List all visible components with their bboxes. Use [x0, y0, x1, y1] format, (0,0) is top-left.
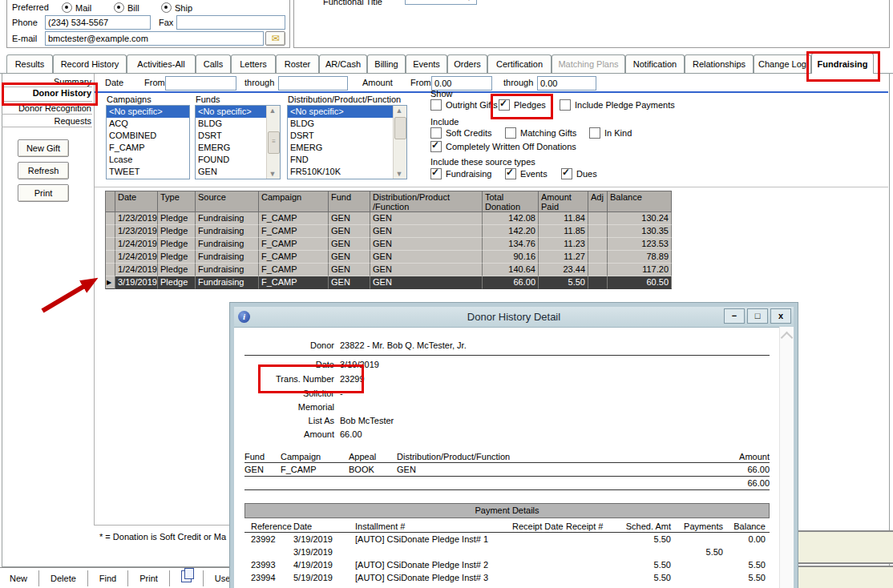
- sidebar-item-requests[interactable]: Requests: [55, 116, 91, 126]
- tab-fundraising[interactable]: Fundraising: [811, 53, 874, 74]
- list-item[interactable]: Lcase: [107, 154, 189, 166]
- tab-roster[interactable]: Roster: [276, 54, 319, 74]
- tab-billing[interactable]: Billing: [367, 54, 406, 74]
- checkbox-icon[interactable]: ✓: [505, 168, 516, 179]
- sidebar-item-donor-history[interactable]: Donor History: [33, 88, 91, 98]
- list-item[interactable]: F_CAMP: [107, 142, 189, 154]
- close-button[interactable]: x: [770, 308, 791, 324]
- minimize-button[interactable]: −: [724, 308, 745, 324]
- campaigns-listbox[interactable]: <No specific> ACQ COMBINED F_CAMP Lcase …: [106, 105, 190, 179]
- amount-through-field[interactable]: [537, 76, 596, 91]
- row-selector-arrow-icon[interactable]: ▶: [106, 276, 115, 289]
- scroll-thumb[interactable]: [394, 117, 406, 139]
- row-selector[interactable]: [106, 238, 115, 251]
- list-item[interactable]: EMERG: [196, 142, 267, 154]
- list-item[interactable]: FR510K/5K: [288, 178, 394, 179]
- checkbox-completely-written-off[interactable]: ✓Completely Written Off Donations: [430, 141, 576, 152]
- checkbox-soft-credits[interactable]: ✓Soft Credits: [430, 127, 491, 139]
- phone-field[interactable]: [45, 15, 151, 30]
- list-item[interactable]: FOUND: [196, 154, 267, 166]
- chevron-down-icon[interactable]: ▼: [466, 0, 472, 2]
- column-header[interactable]: Campaign: [259, 191, 329, 212]
- column-header[interactable]: Distribution/Product /Function: [370, 191, 483, 212]
- maximize-button[interactable]: □: [747, 308, 768, 324]
- checkbox-dues[interactable]: ✓Dues: [561, 168, 597, 179]
- sidebar-item-donor-recognition[interactable]: Donor Recognition: [18, 103, 91, 113]
- checkbox-pledges[interactable]: ✓Pledges: [499, 99, 546, 111]
- tab-calls[interactable]: Calls: [196, 54, 231, 74]
- scroll-up-icon[interactable]: ▲: [395, 107, 403, 115]
- preferred-radio-ship[interactable]: Ship: [161, 2, 192, 13]
- send-email-button[interactable]: ✉: [265, 31, 285, 46]
- column-header[interactable]: Date: [115, 191, 158, 212]
- scroll-up-icon[interactable]: [781, 332, 794, 344]
- scroll-down-icon[interactable]: ▼: [395, 170, 403, 178]
- row-selector[interactable]: [106, 264, 115, 276]
- scroll-down-icon[interactable]: ▼: [269, 170, 277, 178]
- fax-field[interactable]: [176, 15, 285, 30]
- sidebar-item-summary[interactable]: Summary: [54, 77, 91, 87]
- column-header[interactable]: Balance: [608, 191, 672, 212]
- dialog-scrollbar[interactable]: [779, 327, 794, 588]
- list-item[interactable]: DSRT: [196, 130, 267, 142]
- radio-icon[interactable]: [114, 2, 124, 13]
- refresh-button[interactable]: Refresh: [18, 162, 69, 179]
- tab-letters[interactable]: Letters: [231, 54, 276, 74]
- checkbox-icon[interactable]: ✓: [499, 99, 510, 111]
- list-item[interactable]: <No specific>: [196, 106, 267, 118]
- checkbox-icon[interactable]: ✓: [505, 127, 516, 139]
- checkbox-events[interactable]: ✓Events: [505, 168, 548, 179]
- copy-button[interactable]: [172, 570, 201, 586]
- checkbox-icon[interactable]: ✓: [430, 141, 442, 152]
- tab-activities-all[interactable]: Activities-All: [127, 54, 196, 74]
- tab-notification[interactable]: Notification: [625, 54, 685, 74]
- checkbox-include-pledge-payments[interactable]: ✓Include Pledge Payments: [560, 99, 675, 111]
- row-selector[interactable]: [106, 225, 115, 238]
- tab-events[interactable]: Events: [406, 54, 447, 74]
- list-item[interactable]: GEN: [196, 166, 267, 178]
- distribution-listbox[interactable]: <No specific> BLDG DSRT EMERG FND FR510K…: [287, 105, 407, 179]
- scrollbar[interactable]: ▲ ▼: [393, 106, 406, 179]
- list-item[interactable]: BLDG: [288, 118, 394, 130]
- new-gift-button[interactable]: New Gift: [18, 139, 69, 157]
- checkbox-fundraising[interactable]: ✓Fundraising: [430, 168, 491, 179]
- dialog-titlebar[interactable]: i Donor History Detail − □ x: [234, 307, 794, 328]
- list-item[interactable]: FND: [288, 154, 394, 166]
- list-item[interactable]: DSRT: [288, 130, 394, 142]
- preferred-radio-mail[interactable]: Mail: [62, 2, 91, 13]
- list-item[interactable]: BLDG: [196, 118, 267, 130]
- column-header[interactable]: Fund: [329, 191, 370, 212]
- column-header[interactable]: Adj: [588, 191, 608, 212]
- tab-change-log[interactable]: Change Log: [754, 54, 811, 74]
- tab-relationships[interactable]: Relationships: [685, 54, 754, 74]
- print-record-button[interactable]: Print: [130, 570, 168, 586]
- print-button[interactable]: Print: [18, 184, 69, 202]
- list-item[interactable]: COMBINED: [107, 130, 189, 142]
- column-header[interactable]: Type: [158, 191, 196, 212]
- list-item[interactable]: <No specific>: [107, 106, 189, 118]
- date-from-field[interactable]: [165, 76, 236, 91]
- checkbox-icon[interactable]: ✓: [430, 99, 442, 111]
- checkbox-outright-gifts[interactable]: ✓Outright Gifts: [430, 99, 498, 111]
- new-record-button[interactable]: New: [0, 570, 37, 586]
- radio-icon[interactable]: [161, 2, 172, 13]
- checkbox-icon[interactable]: ✓: [589, 127, 600, 139]
- preferred-radio-bill[interactable]: Bill: [114, 2, 139, 13]
- checkbox-icon[interactable]: ✓: [430, 127, 442, 139]
- tab-orders[interactable]: Orders: [447, 54, 487, 74]
- tab-results[interactable]: Results: [6, 54, 53, 74]
- list-item[interactable]: EMERG: [288, 142, 394, 154]
- list-item[interactable]: <No specific>: [288, 106, 394, 118]
- scrollbar[interactable]: ▲ ≡ ▼: [266, 106, 280, 179]
- tab-certification[interactable]: Certification: [487, 54, 552, 74]
- column-header[interactable]: [106, 191, 115, 212]
- list-item[interactable]: MARSH: [196, 178, 267, 179]
- funds-listbox[interactable]: <No specific> BLDG DSRT EMERG FOUND GEN …: [195, 105, 281, 179]
- date-through-field[interactable]: [278, 76, 348, 91]
- column-header[interactable]: Source: [196, 191, 259, 212]
- radio-icon[interactable]: [62, 2, 72, 13]
- list-item[interactable]: TWEET: [107, 166, 189, 178]
- column-header[interactable]: Total Donation: [483, 191, 539, 212]
- scroll-up-icon[interactable]: ▲: [269, 107, 277, 115]
- checkbox-icon[interactable]: ✓: [430, 168, 442, 179]
